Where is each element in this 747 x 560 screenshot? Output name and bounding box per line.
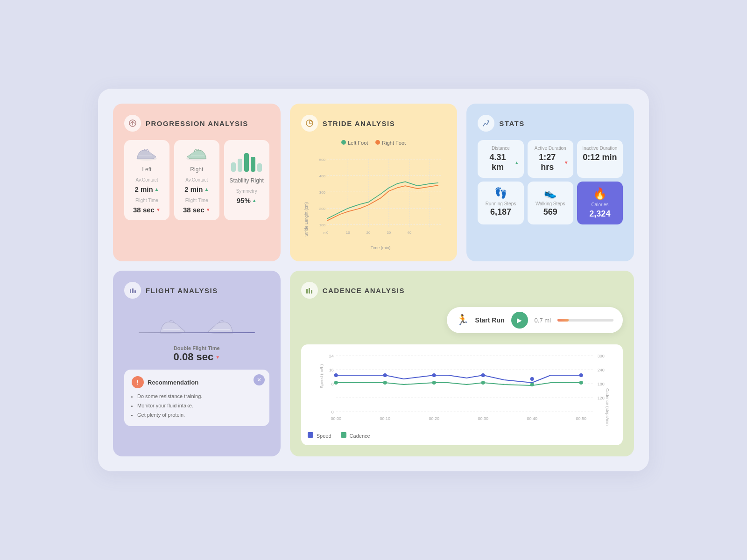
dashboard: PROGRESSION ANALYSIS Left Av.Contact 2 m… [98,89,649,471]
stats-active-label: Active Duration [532,146,569,151]
stats-inactive: Inactive Duration 0:12 min [577,140,623,178]
stride-x-label: Time (min) [315,245,446,250]
svg-point-56 [481,373,485,377]
stability-label: Stability Right [230,177,264,184]
svg-text:10: 10 [345,231,350,235]
svg-point-59 [334,381,338,385]
flight-card: FLIGHT ANALYSIS Double Flight Time 0.08 … [113,271,281,456]
svg-text:20: 20 [366,231,370,235]
stats-top-grid: Distance 4.31 km ▲ Active Duration 1:27 … [478,140,623,178]
stats-card: STATS Distance 4.31 km ▲ Active Duration… [466,104,634,261]
cadence-title: CADENCE ANALYSIS [323,287,405,294]
flight-ground-line [139,332,255,333]
stride-chart-wrap: Stride Lenght (cm) 500 400 300 200 1 [301,149,446,250]
right-av-contact-trend-icon: ▲ [204,187,209,192]
prog-stability: Stability Right Symmetry 95% ▲ [224,140,269,220]
stride-chart: 500 400 300 200 100 0 0 10 20 30 40 [315,149,446,243]
double-flight-trend-icon: ▼ [215,355,220,360]
stability-bars [231,149,262,172]
svg-rect-30 [134,290,136,293]
svg-text:24: 24 [329,354,333,358]
stride-header: STRIDE ANALYSIS [301,115,446,132]
svg-text:8: 8 [331,382,333,386]
right-av-contact-label: Av.Contact [185,177,208,182]
progression-card: PROGRESSION ANALYSIS Left Av.Contact 2 m… [113,104,281,261]
cadence-legend-item: Cadence [341,432,370,439]
recommendation-box: ! Recommendation ✕ Do some resistance tr… [124,370,269,426]
run-progress-bar [557,319,613,322]
left-av-contact-label: Av.Contact [135,177,158,182]
left-shoe-icon [134,147,159,163]
calories-icon: 🔥 [582,187,618,200]
svg-text:120: 120 [597,396,604,400]
svg-text:40: 40 [407,231,411,235]
stride-icon [301,115,318,132]
svg-point-61 [432,381,436,385]
svg-text:30: 30 [387,231,391,235]
walking-steps-val: 569 [532,207,569,217]
start-run-bar: 🏃 Start Run ▶ 0.7 mi [447,307,623,333]
left-av-contact-val: 2 min ▲ [134,185,159,193]
stats-active-val: 1:27 hrs ▼ [532,153,569,172]
left-label: Left [142,166,151,173]
svg-text:300: 300 [597,354,604,358]
svg-text:100: 100 [319,223,325,227]
svg-point-53 [334,373,338,377]
rec-tip-2: Monitor your fluid intake. [137,401,262,411]
progression-header: PROGRESSION ANALYSIS [124,115,269,132]
symmetry-trend-icon: ▲ [252,198,257,203]
svg-rect-31 [306,289,308,294]
cadence-header: CADENCE ANALYSIS [301,282,623,299]
running-steps-icon: 👣 [482,187,519,199]
cadence-legend: Speed Cadence [308,432,616,439]
stats-title: STATS [499,119,524,127]
distance-trend-icon: ▲ [514,160,519,165]
svg-point-58 [579,373,583,377]
right-foot-legend: Right Foot [375,140,406,146]
svg-text:16: 16 [329,368,333,372]
svg-point-64 [579,381,583,385]
svg-text:0: 0 [326,231,329,235]
right-label: Right [190,166,203,173]
stats-header: STATS [478,115,623,132]
right-shoe-icon [184,147,209,163]
double-flight-label: Double Flight Time [124,345,269,351]
play-button[interactable]: ▶ [511,312,528,329]
svg-text:300: 300 [319,190,325,195]
recommendation-list: Do some resistance training. Monitor you… [132,392,262,420]
rec-tip-3: Get plenty of protein. [137,411,262,420]
svg-text:0: 0 [331,410,333,414]
stride-y-label: Stride Lenght (cm) [304,202,309,237]
recommendation-icon: ! [132,376,144,388]
svg-point-63 [530,383,534,386]
recommendation-close-button[interactable]: ✕ [254,374,265,385]
svg-point-55 [432,373,436,377]
right-av-contact-val: 2 min ▲ [184,185,209,193]
active-trend-icon: ▼ [564,160,569,165]
svg-text:500: 500 [319,158,325,162]
run-icon: 🏃 [456,314,469,326]
prog-left: Left Av.Contact 2 min ▲ Flight Time 38 s… [124,140,169,220]
stats-running-steps: 👣 Running Steps 6,187 [478,182,523,224]
running-steps-val: 6,187 [482,207,519,217]
svg-rect-29 [132,288,134,293]
speed-legend: Speed [308,432,331,439]
stats-calories: 🔥 Calories 2,324 [577,182,623,224]
stats-distance-label: Distance [482,146,519,151]
left-flight-label: Flight Time [135,198,158,203]
svg-text:00:10: 00:10 [380,416,390,421]
svg-rect-33 [311,290,312,294]
prog-right: Right Av.Contact 2 min ▲ Flight Time 38 … [174,140,219,220]
svg-text:00:40: 00:40 [527,416,537,421]
left-flight-val: 38 sec ▼ [133,206,161,214]
svg-point-54 [383,373,387,377]
symmetry-val: 95% ▲ [237,196,257,204]
svg-point-62 [481,381,485,385]
svg-text:200: 200 [319,207,325,211]
start-run-label: Start Run [475,316,505,324]
progression-icon [124,115,141,132]
left-flight-trend-icon: ▼ [156,207,161,212]
flight-title: FLIGHT ANALYSIS [146,287,218,294]
flight-shoes [124,307,269,342]
svg-rect-28 [130,289,131,293]
